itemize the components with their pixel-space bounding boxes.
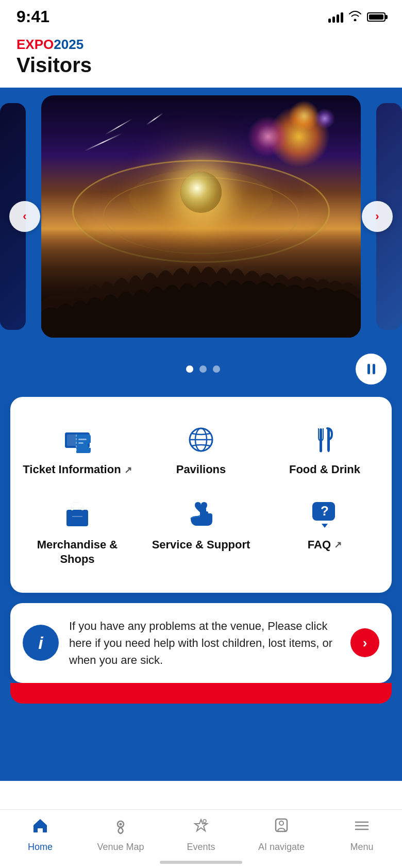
status-icons [328, 10, 386, 24]
ai-icon [273, 817, 290, 839]
svg-rect-3 [78, 439, 87, 440]
expo-logo: EXPO2025 [16, 37, 386, 53]
heart-hand-svg [186, 499, 216, 530]
nav-home[interactable]: Home [0, 817, 80, 853]
events-label: Events [187, 842, 215, 853]
shooting-star-2 [84, 133, 122, 152]
info-icon: i [23, 625, 59, 661]
quick-link-food[interactable]: Food & Drink [263, 412, 387, 488]
info-text: If you have any problems at the venue, P… [69, 617, 340, 669]
app-header: EXPO2025 Visitors [0, 31, 402, 88]
quick-link-ticket[interactable]: Ticket Information ↗ [15, 412, 139, 488]
faq-label: FAQ ↗ [308, 538, 342, 553]
firework-2 [247, 116, 289, 157]
nav-menu[interactable]: Menu [322, 817, 402, 853]
carousel-dot-3[interactable] [213, 365, 220, 373]
carousel-pause-button[interactable] [356, 354, 387, 385]
map-label: Venue Map [97, 842, 144, 853]
events-icon [192, 817, 210, 839]
svg-rect-4 [78, 442, 83, 444]
carousel-section: ‹ › [0, 88, 402, 397]
ticket-svg [62, 424, 93, 455]
svg-point-22 [279, 821, 283, 825]
ticket-icon [62, 423, 93, 456]
carousel-dots [15, 365, 349, 373]
food-label: Food & Drink [289, 462, 360, 477]
nav-events[interactable]: Events [161, 817, 241, 853]
svg-rect-13 [67, 510, 88, 526]
expo-text: EXPO [16, 37, 54, 52]
faq-svg: ? [309, 499, 340, 530]
carousel-next-button[interactable]: › [362, 201, 393, 232]
carousel-main-card [41, 95, 361, 338]
main-content: ‹ › [0, 88, 402, 781]
shopping-svg [62, 499, 93, 530]
svg-text:?: ? [321, 503, 329, 519]
carousel-prev-button[interactable]: ‹ [9, 201, 40, 232]
shooting-star-1 [105, 119, 132, 135]
menu-icon [353, 817, 371, 839]
pavilions-icon [186, 423, 216, 456]
service-icon [186, 498, 216, 531]
red-bottom-strip [10, 683, 392, 704]
signal-icon [328, 11, 343, 23]
carousel-dot-1[interactable] [186, 365, 193, 373]
carousel-image [41, 95, 361, 338]
pavilions-label: Pavilions [176, 462, 226, 477]
pause-bar-left [367, 364, 370, 374]
svg-point-20 [203, 820, 206, 823]
quick-link-pavilions[interactable]: Pavilions [139, 412, 263, 488]
home-indicator [160, 861, 242, 864]
home-label: Home [28, 842, 53, 853]
app-title: Visitors [16, 53, 386, 77]
pause-icon [367, 364, 375, 374]
globe-svg [186, 424, 216, 455]
battery-icon [367, 12, 386, 22]
shooting-star-3 [146, 113, 163, 126]
menu-label: Menu [350, 842, 373, 853]
crowd-silhouette [41, 229, 361, 338]
svg-point-19 [120, 823, 122, 826]
faq-external-icon: ↗ [334, 539, 342, 551]
svg-rect-2 [67, 435, 76, 446]
ai-label: AI navigate [258, 842, 305, 853]
quick-link-faq[interactable]: ? FAQ ↗ [263, 488, 387, 577]
pause-bar-right [373, 364, 375, 374]
carousel-dot-2[interactable] [199, 365, 207, 373]
info-arrow-button[interactable]: › [350, 628, 379, 657]
merchandise-icon [62, 498, 93, 531]
info-card[interactable]: i If you have any problems at the venue,… [10, 603, 392, 683]
carousel-controls [0, 345, 402, 397]
service-label: Service & Support [152, 538, 250, 553]
carousel-wrapper: ‹ › [0, 88, 402, 345]
merchandise-label: Merchandise &Shops [37, 538, 118, 567]
svg-rect-15 [200, 511, 208, 522]
status-bar: 9:41 [0, 0, 402, 31]
ticket-external-icon: ↗ [124, 464, 132, 476]
quick-link-service[interactable]: Service & Support [139, 488, 263, 577]
status-time: 9:41 [16, 7, 49, 26]
map-icon [112, 817, 129, 839]
home-icon [31, 817, 49, 839]
year-text: 2025 [54, 37, 83, 52]
faq-icon: ? [309, 498, 340, 531]
quick-links-grid: Ticket Information ↗ Pavilions [10, 397, 392, 593]
nav-ai[interactable]: AI navigate [241, 817, 322, 853]
quick-link-merchandise[interactable]: Merchandise &Shops [15, 488, 139, 577]
bottom-navigation: Home Venue Map Events A [0, 809, 402, 868]
nav-venue-map[interactable]: Venue Map [80, 817, 161, 853]
firework-4 [314, 108, 335, 129]
utensils-svg [309, 424, 340, 455]
info-i-letter: i [38, 633, 43, 653]
ticket-label: Ticket Information ↗ [23, 462, 131, 477]
food-icon [309, 423, 340, 456]
globe-sphere [180, 172, 222, 213]
wifi-icon [348, 10, 362, 24]
